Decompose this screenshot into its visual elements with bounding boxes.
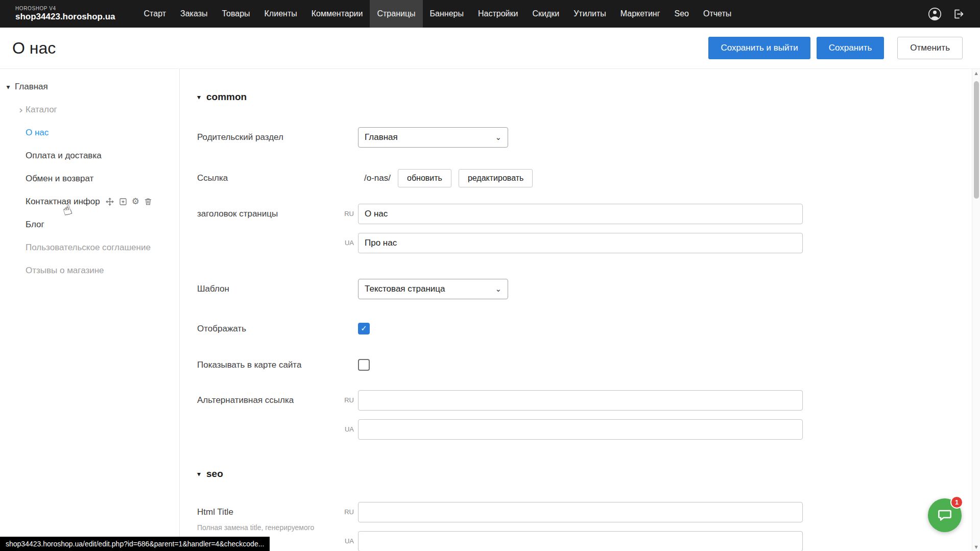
- tree-item-katalog[interactable]: › Каталог: [0, 98, 179, 121]
- tree-item-glavnaya[interactable]: ▾ Главная: [0, 75, 179, 98]
- tree-item-label: Оплата и доставка: [26, 151, 102, 161]
- vertical-scrollbar[interactable]: ▲ ▼: [972, 69, 980, 551]
- account-icon[interactable]: [928, 7, 942, 21]
- nav-item-stranitsy[interactable]: Страницы: [370, 0, 422, 28]
- settings-gear-icon[interactable]: ⚙: [132, 197, 139, 206]
- chevron-down-icon: ▾: [197, 93, 201, 101]
- top-right-icons: [928, 0, 980, 28]
- lang-badge-ru: RU: [339, 204, 358, 224]
- page-title-inputs: RU UA: [339, 204, 803, 253]
- alt-link-inputs: RU UA: [339, 390, 803, 440]
- brand[interactable]: HOROSHOP V4 shop34423.horoshop.ua: [15, 0, 115, 28]
- chevron-down-icon[interactable]: ▾: [4, 83, 13, 91]
- header-actions: Сохранить и выйти Сохранить Отменить: [708, 37, 963, 59]
- add-page-icon[interactable]: [118, 197, 128, 206]
- save-button[interactable]: Сохранить: [817, 37, 884, 59]
- tree-item-label: Отзывы о магазине: [26, 266, 104, 276]
- html-title-ua-input[interactable]: [358, 531, 803, 551]
- scroll-up-arrow[interactable]: ▲: [974, 69, 977, 77]
- delete-trash-icon[interactable]: [144, 197, 153, 206]
- tree-item-label: Каталог: [26, 105, 57, 115]
- page-title: О нас: [12, 39, 56, 58]
- tree-item-obmen-i-vozvrat[interactable]: Обмен и возврат: [0, 167, 179, 190]
- alt-link-ru-input[interactable]: [358, 390, 803, 411]
- section-header-seo[interactable]: ▾ seo: [197, 468, 980, 480]
- template-row: Шаблон Текстовая страница ⌄: [197, 279, 980, 299]
- brand-domain: shop34423.horoshop.ua: [15, 12, 115, 22]
- tree-item-blog[interactable]: Блог: [0, 213, 179, 236]
- nav-item-utility[interactable]: Утилиты: [566, 0, 613, 28]
- tree-item-otzyvy-o-magazine[interactable]: Отзывы о магазине: [0, 259, 179, 282]
- sitemap-label: Показывать в карте сайта: [197, 360, 358, 370]
- chevron-right-icon[interactable]: ›: [16, 105, 26, 115]
- page-title-ru-input[interactable]: [358, 204, 803, 224]
- tree-item-label: Обмен и возврат: [26, 174, 93, 184]
- chat-widget-button[interactable]: 1: [928, 498, 962, 532]
- sitemap-row: Показывать в карте сайта: [197, 359, 980, 371]
- alt-link-row: Альтернативная ссылка RU UA: [197, 390, 980, 440]
- chat-unread-badge: 1: [950, 496, 963, 509]
- chevron-down-icon: ⌄: [495, 284, 501, 294]
- section-title: common: [206, 91, 247, 103]
- nav-item-seo[interactable]: Seo: [667, 0, 696, 28]
- nav-item-klienty[interactable]: Клиенты: [257, 0, 304, 28]
- html-title-ru-input[interactable]: [358, 502, 803, 522]
- logout-icon[interactable]: [952, 8, 965, 20]
- tree-item-oplata-i-dostavka[interactable]: Оплата и доставка: [0, 144, 179, 167]
- display-row: Отображать ✓: [197, 323, 980, 334]
- lang-badge-ru: RU: [339, 390, 358, 411]
- lang-badge-ua: UA: [339, 233, 358, 253]
- sitemap-checkbox[interactable]: [358, 359, 370, 371]
- scroll-down-arrow[interactable]: ▼: [974, 543, 977, 551]
- nav-item-skidki[interactable]: Скидки: [525, 0, 566, 28]
- link-refresh-button[interactable]: обновить: [398, 169, 451, 187]
- lang-badge-ru: RU: [339, 502, 358, 522]
- pages-tree-sidebar: ▾ Главная › Каталог О нас Оплата и доста…: [0, 69, 180, 551]
- save-and-exit-button[interactable]: Сохранить и выйти: [708, 37, 810, 59]
- lang-badge-ua: UA: [339, 419, 358, 440]
- tree-item-o-nas[interactable]: О нас: [0, 121, 179, 144]
- display-checkbox[interactable]: ✓: [358, 323, 370, 334]
- page-header: О нас Сохранить и выйти Сохранить Отмени…: [0, 28, 980, 69]
- tree-item-label: Контактная инфор: [26, 197, 100, 207]
- content-area: ▾ Главная › Каталог О нас Оплата и доста…: [0, 69, 980, 551]
- parent-section-select[interactable]: Главная ⌄: [358, 127, 508, 148]
- link-label: Ссылка: [197, 173, 358, 183]
- chevron-down-icon: ▾: [197, 470, 201, 478]
- page-edit-form: ▾ common Родительский раздел Главная ⌄ С…: [180, 69, 980, 551]
- cancel-button[interactable]: Отменить: [897, 37, 963, 59]
- tree-item-kontaktnaya-infor[interactable]: Контактная инфор ⚙: [0, 190, 179, 213]
- nav-item-bannery[interactable]: Баннеры: [423, 0, 471, 28]
- check-icon: ✓: [361, 325, 367, 332]
- tree-item-label: О нас: [26, 128, 49, 138]
- template-label: Шаблон: [197, 284, 358, 294]
- nav-item-kommentarii[interactable]: Комментарии: [304, 0, 370, 28]
- lang-badge-ua: UA: [339, 531, 358, 551]
- app-root: HOROSHOP V4 shop34423.horoshop.ua Старт …: [0, 0, 980, 551]
- scrollbar-thumb[interactable]: [974, 81, 979, 199]
- nav-item-zakazy[interactable]: Заказы: [173, 0, 214, 28]
- page-title-ua-input[interactable]: [358, 233, 803, 253]
- status-url-tooltip: shop34423.horoshop.ua/edit/edit.php?id=6…: [0, 537, 270, 551]
- alt-link-label: Альтернативная ссылка: [197, 390, 339, 411]
- top-navigation: HOROSHOP V4 shop34423.horoshop.ua Старт …: [0, 0, 980, 28]
- tree-item-label: Блог: [26, 220, 44, 230]
- page-title-row: заголовок страницы RU UA: [197, 204, 980, 253]
- tree-item-actions: ⚙: [105, 197, 153, 206]
- nav-item-nastroyki[interactable]: Настройки: [471, 0, 525, 28]
- link-controls: /o-nas/ обновить редактировать: [358, 169, 533, 187]
- nav-item-marketing[interactable]: Маркетинг: [613, 0, 667, 28]
- drag-move-icon[interactable]: [105, 197, 114, 206]
- template-select[interactable]: Текстовая страница ⌄: [358, 279, 508, 299]
- html-title-inputs: RU UA: [339, 502, 803, 551]
- nav-item-tovary[interactable]: Товары: [215, 0, 257, 28]
- link-edit-button[interactable]: редактировать: [459, 169, 533, 187]
- tree-item-polzovatelskoe-soglashenie[interactable]: Пользовательское соглашение: [0, 236, 179, 259]
- chevron-down-icon: ⌄: [495, 133, 501, 142]
- nav-item-otchety[interactable]: Отчеты: [696, 0, 738, 28]
- section-header-common[interactable]: ▾ common: [197, 91, 980, 103]
- alt-link-ua-input[interactable]: [358, 419, 803, 440]
- nav-item-start[interactable]: Старт: [137, 0, 173, 28]
- select-value: Главная: [365, 132, 398, 142]
- brand-version: HOROSHOP V4: [15, 6, 115, 12]
